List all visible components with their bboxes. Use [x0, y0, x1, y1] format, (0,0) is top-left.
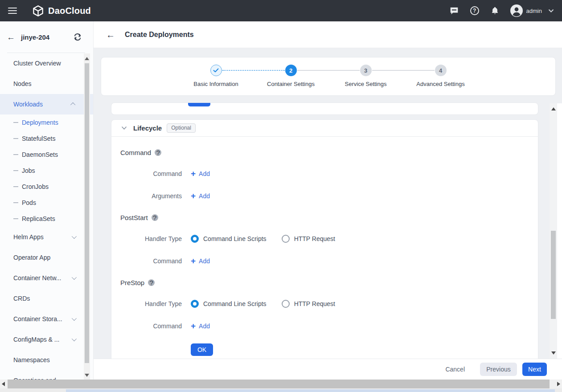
switch-cluster-icon[interactable]: [74, 33, 82, 41]
horizontal-scrollbar-thumb[interactable]: [8, 380, 550, 388]
radio-selected[interactable]: [191, 235, 199, 243]
collapse-chevron-down-icon[interactable]: [121, 126, 127, 130]
radio-label[interactable]: Command Line Scripts: [203, 235, 267, 242]
step-connector: [222, 70, 285, 71]
username-label: admin: [526, 8, 542, 14]
section-title-text: PreStop: [120, 279, 144, 286]
sidebar-item-pods[interactable]: Pods: [0, 195, 93, 211]
field-control: Command Line ScriptsHTTP Request: [191, 235, 350, 243]
step-connector: [297, 70, 360, 71]
notifications-bell-icon[interactable]: [490, 5, 500, 16]
sidebar-scrollbar-thumb[interactable]: [85, 63, 89, 363]
section-title-poststart: PostStart?: [120, 207, 529, 228]
sidebar-item-configmaps-secrets[interactable]: ConfigMaps & ...: [0, 329, 93, 350]
message-icon[interactable]: [449, 5, 459, 16]
sidebar-scrollbar[interactable]: [84, 53, 90, 380]
dash-icon: [13, 170, 18, 171]
field-control: +Add: [191, 170, 210, 178]
help-icon[interactable]: ?: [148, 279, 155, 286]
plus-icon: +: [191, 257, 196, 265]
section-title-text: PostStart: [120, 214, 148, 221]
dash-icon: [13, 218, 18, 219]
brand-logo[interactable]: DaoCloud: [32, 5, 91, 17]
sidebar-item-label: Operator App: [13, 254, 50, 261]
user-menu-chevron-down-icon[interactable]: [548, 7, 554, 15]
content-scrollbar-thumb[interactable]: [551, 231, 556, 319]
window-horizontal-scrollbar[interactable]: [0, 380, 562, 388]
clipped-ok-button[interactable]: [188, 102, 210, 106]
scroll-up-arrow-icon[interactable]: [85, 57, 89, 60]
lifecycle-header[interactable]: Lifecycle Optional: [111, 120, 538, 137]
step-label: Container Settings: [267, 81, 315, 87]
sidebar-item-jobs[interactable]: Jobs: [0, 163, 93, 179]
help-icon[interactable]: ?: [152, 214, 158, 221]
step-check-icon: [210, 65, 222, 76]
sidebar: ← jinye-204 Cluster OverviewNodesWorkloa…: [0, 21, 94, 380]
ok-button[interactable]: OK: [191, 343, 213, 356]
sidebar-back-arrow-icon[interactable]: ←: [7, 33, 15, 41]
sidebar-item-container-network[interactable]: Container Netw...: [0, 268, 93, 288]
sidebar-item-cronjobs[interactable]: CronJobs: [0, 179, 93, 195]
help-icon[interactable]: ?: [155, 149, 161, 156]
scroll-up-arrow-icon[interactable]: [551, 107, 556, 110]
radio-label[interactable]: HTTP Request: [294, 300, 335, 307]
scroll-right-arrow-icon[interactable]: [557, 382, 560, 386]
dash-icon: [13, 122, 18, 123]
sidebar-item-crds[interactable]: CRDs: [0, 288, 93, 309]
page-header: ← Create Deployments: [94, 21, 562, 48]
scroll-down-arrow-icon[interactable]: [551, 351, 556, 355]
cancel-button[interactable]: Cancel: [445, 366, 465, 373]
right-gutter: [557, 103, 562, 359]
hamburger-menu-icon[interactable]: [8, 8, 17, 14]
sidebar-item-label: Namespaces: [13, 356, 50, 363]
add-button[interactable]: +Add: [191, 257, 210, 265]
cluster-name: jinye-204: [21, 33, 49, 41]
user-avatar-icon[interactable]: [510, 4, 523, 17]
field-label: Command: [120, 257, 182, 265]
sidebar-item-replicasets[interactable]: ReplicaSets: [0, 211, 93, 227]
chevron-down-icon: [72, 316, 77, 321]
page-back-arrow-icon[interactable]: ←: [106, 30, 115, 39]
sidebar-item-workloads[interactable]: Workloads: [0, 94, 93, 114]
sidebar-item-label: Container Netw...: [13, 274, 61, 282]
sidebar-item-nodes[interactable]: Nodes: [0, 74, 93, 94]
add-label: Add: [199, 323, 210, 330]
radio-label[interactable]: Command Line Scripts: [203, 300, 267, 307]
lifecycle-card: Lifecycle Optional Command?Command+AddAr…: [111, 119, 538, 360]
step-4[interactable]: 4Advanced Settings: [403, 65, 478, 87]
sidebar-item-label: ConfigMaps & ...: [13, 336, 60, 343]
sidebar-item-cluster-overview[interactable]: Cluster Overview: [0, 53, 93, 74]
form-row-arguments: Arguments+Add: [120, 185, 529, 207]
sidebar-item-operator-app[interactable]: Operator App: [0, 247, 93, 268]
add-button[interactable]: +Add: [191, 323, 210, 330]
sidebar-item-namespaces[interactable]: Namespaces: [0, 350, 93, 370]
step-1[interactable]: Basic Information: [179, 65, 254, 87]
form-row-handler-type: Handler TypeCommand Line ScriptsHTTP Req…: [120, 228, 529, 250]
step-3[interactable]: 3Service Settings: [328, 65, 403, 87]
sidebar-item-deployments[interactable]: Deployments: [0, 114, 93, 131]
add-button[interactable]: +Add: [191, 170, 210, 178]
stepper: Basic Information2Container Settings3Ser…: [179, 57, 478, 87]
help-icon[interactable]: ?: [469, 5, 480, 16]
radio-unselected[interactable]: [282, 235, 290, 243]
scroll-down-arrow-icon[interactable]: [85, 374, 89, 377]
sidebar-item-statefulsets[interactable]: StatefulSets: [0, 131, 93, 147]
sidebar-item-container-storage[interactable]: Container Stora...: [0, 309, 93, 329]
sidebar-item-label: ReplicaSets: [22, 215, 55, 222]
step-2[interactable]: 2Container Settings: [254, 65, 328, 87]
add-button[interactable]: +Add: [191, 192, 210, 200]
form-row-command: Command+Add: [120, 315, 529, 337]
section-title-text: Command: [120, 149, 151, 156]
sidebar-item-operations[interactable]: Operations and...: [0, 370, 93, 380]
sidebar-item-daemonsets[interactable]: DaemonSets: [0, 147, 93, 163]
field-control: +Add: [191, 192, 210, 200]
field-control: Command Line ScriptsHTTP Request: [191, 300, 350, 308]
scroll-left-arrow-icon[interactable]: [2, 382, 5, 386]
radio-label[interactable]: HTTP Request: [294, 235, 335, 242]
content-scrollbar[interactable]: [550, 103, 557, 359]
next-button[interactable]: Next: [522, 363, 547, 376]
radio-selected[interactable]: [191, 300, 199, 308]
sidebar-item-helm-apps[interactable]: Helm Apps: [0, 227, 93, 247]
radio-unselected[interactable]: [282, 300, 290, 308]
previous-button[interactable]: Previous: [480, 363, 517, 376]
